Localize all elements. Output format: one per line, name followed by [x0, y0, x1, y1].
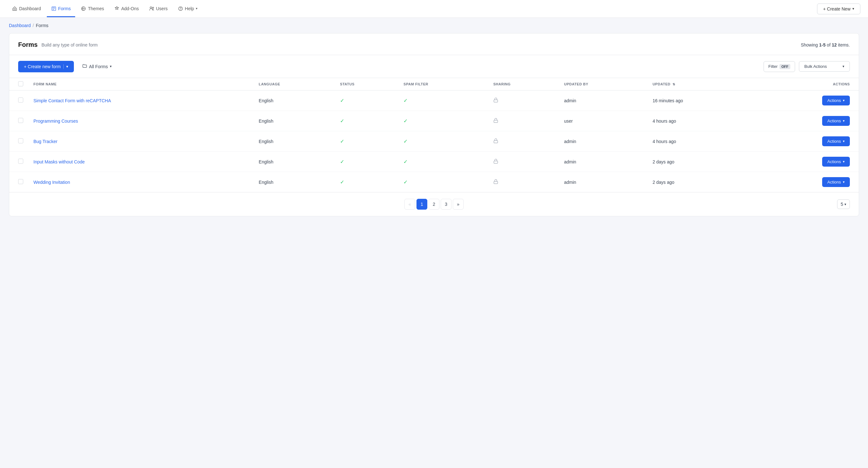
nav-item-users[interactable]: Users — [145, 1, 172, 17]
table-row: Programming Courses English ✓ ✓ user 4 h… — [9, 111, 859, 131]
page-1-button[interactable]: 1 — [416, 199, 427, 210]
row-actions-cell: Actions ▾ — [752, 111, 859, 131]
status-check-icon: ✓ — [340, 179, 344, 185]
nav-item-forms[interactable]: Forms — [47, 1, 75, 17]
actions-chevron-icon: ▾ — [843, 139, 845, 143]
showing-count: 12 — [832, 42, 837, 48]
table-row: Wedding Invitation English ✓ ✓ admin 2 d… — [9, 172, 859, 193]
select-all-checkbox[interactable] — [18, 81, 23, 86]
sharing-lock-icon — [493, 119, 498, 124]
actions-button-1[interactable]: Actions ▾ — [822, 95, 850, 106]
row-spam-filter-cell: ✓ — [398, 111, 488, 131]
help-dropdown-icon: ▾ — [196, 7, 197, 10]
help-icon — [178, 6, 183, 11]
row-checkbox-4[interactable] — [18, 159, 23, 164]
svg-point-3 — [153, 7, 154, 8]
row-checkbox-3[interactable] — [18, 138, 23, 143]
actions-label: Actions — [827, 139, 841, 144]
bulk-actions-button[interactable]: Bulk Actions ▾ — [799, 61, 850, 72]
showing-range: 1-5 — [819, 42, 825, 48]
actions-chevron-icon: ▾ — [843, 98, 845, 103]
main-card: Forms Build any type of online form Show… — [9, 33, 859, 216]
col-checkbox — [9, 78, 28, 90]
row-checkbox-2[interactable] — [18, 118, 23, 123]
row-checkbox-cell — [9, 131, 28, 152]
card-title: Forms — [18, 41, 38, 49]
form-name-link-5[interactable]: Wedding Invitation — [33, 180, 70, 185]
row-sharing-cell — [488, 111, 559, 131]
create-form-button[interactable]: + Create new form ▾ — [18, 61, 74, 72]
row-actions-cell: Actions ▾ — [752, 152, 859, 172]
svg-rect-10 — [494, 181, 498, 183]
toolbar: + Create new form ▾ All Forms ▾ Filter O… — [9, 55, 859, 78]
row-actions-cell: Actions ▾ — [752, 90, 859, 111]
row-checkbox-1[interactable] — [18, 97, 23, 103]
actions-button-2[interactable]: Actions ▾ — [822, 116, 850, 126]
updated-sort-icon: ⇅ — [673, 83, 675, 86]
all-forms-label: All Forms — [89, 64, 108, 69]
per-page-select[interactable]: 5 ▾ — [837, 199, 850, 209]
forms-table-wrap: Form Name Language Status Spam Filter Sh… — [9, 78, 859, 192]
form-name-link-3[interactable]: Bug Tracker — [33, 139, 57, 144]
all-forms-button[interactable]: All Forms ▾ — [78, 60, 116, 72]
row-status-cell: ✓ — [335, 90, 398, 111]
actions-chevron-icon: ▾ — [843, 180, 845, 184]
row-checkbox-cell — [9, 172, 28, 193]
create-new-button[interactable]: + Create New ▾ — [817, 3, 860, 14]
breadcrumb-dashboard-link[interactable]: Dashboard — [9, 23, 31, 28]
nav-item-dashboard[interactable]: Dashboard — [8, 1, 45, 17]
showing-text: Showing 1-5 of 12 items. — [801, 42, 850, 48]
filter-state: OFF — [779, 64, 790, 69]
row-actions-cell: Actions ▾ — [752, 172, 859, 193]
row-language-cell: English — [254, 152, 335, 172]
row-checkbox-cell — [9, 90, 28, 111]
spam-check-icon: ✓ — [403, 118, 408, 124]
row-updated-cell: 16 minutes ago — [647, 90, 752, 111]
row-updated-by-cell: admin — [559, 131, 647, 152]
col-spam-filter: Spam Filter — [398, 78, 488, 90]
col-actions: Actions — [752, 78, 859, 90]
row-sharing-cell — [488, 152, 559, 172]
col-sharing: Sharing — [488, 78, 559, 90]
col-form-name: Form Name — [28, 78, 254, 90]
row-status-cell: ✓ — [335, 152, 398, 172]
actions-button-4[interactable]: Actions ▾ — [822, 157, 850, 167]
nav-item-themes[interactable]: Themes — [76, 1, 108, 17]
addons-icon — [114, 6, 119, 11]
form-name-link-4[interactable]: Input Masks without Code — [33, 159, 85, 165]
row-status-cell: ✓ — [335, 172, 398, 193]
row-status-cell: ✓ — [335, 111, 398, 131]
row-name-cell: Simple Contact Form with reCAPTCHA — [28, 90, 254, 111]
form-name-link-2[interactable]: Programming Courses — [33, 118, 78, 124]
form-name-link-1[interactable]: Simple Contact Form with reCAPTCHA — [33, 98, 111, 103]
page-prev-button[interactable]: « — [404, 199, 415, 210]
actions-button-3[interactable]: Actions ▾ — [822, 136, 850, 146]
card-subtitle: Build any type of online form — [41, 42, 98, 48]
row-language-cell: English — [254, 90, 335, 111]
status-check-icon: ✓ — [340, 118, 344, 124]
filter-toggle[interactable]: Filter OFF — [764, 61, 795, 72]
status-check-icon: ✓ — [340, 159, 344, 165]
page-next-button[interactable]: » — [453, 199, 464, 210]
row-name-cell: Wedding Invitation — [28, 172, 254, 193]
nav-item-addons[interactable]: Add-Ons — [110, 1, 143, 17]
nav-links: Dashboard Forms Themes Add-Ons — [8, 1, 817, 17]
row-language-cell: English — [254, 111, 335, 131]
nav-item-help[interactable]: Help ▾ — [174, 1, 202, 17]
row-updated-cell: 4 hours ago — [647, 131, 752, 152]
folder-icon — [82, 63, 87, 69]
page-2-button[interactable]: 2 — [429, 199, 439, 210]
actions-button-5[interactable]: Actions ▾ — [822, 177, 850, 187]
col-status: Status — [335, 78, 398, 90]
svg-rect-6 — [494, 100, 498, 102]
next-icon: » — [457, 202, 460, 207]
page-3-button[interactable]: 3 — [441, 199, 452, 210]
spam-check-icon: ✓ — [403, 179, 408, 185]
actions-label: Actions — [827, 98, 841, 103]
actions-label: Actions — [827, 118, 841, 123]
table-body: Simple Contact Form with reCAPTCHA Engli… — [9, 90, 859, 193]
row-updated-cell: 2 days ago — [647, 172, 752, 193]
row-language-cell: English — [254, 131, 335, 152]
row-checkbox-5[interactable] — [18, 179, 23, 184]
breadcrumb-separator: / — [33, 23, 34, 28]
